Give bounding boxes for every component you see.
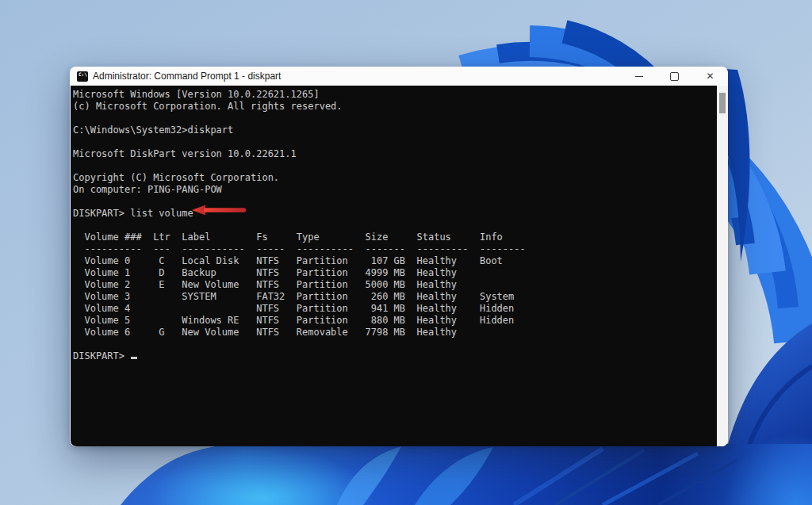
desktop: { "wallpaper": { "name": "windows-11-blo… (0, 0, 812, 505)
volume-table-row: Volume 2 E New Volume NTFS Partition 500… (73, 279, 717, 291)
close-button[interactable]: ✕ (692, 67, 728, 86)
console-line (73, 196, 717, 208)
console-line: Copyright (C) Microsoft Corporation. (73, 172, 717, 184)
volume-table-header: Volume ### Ltr Label Fs Type Size Status… (73, 231, 717, 243)
console-output[interactable]: Microsoft Windows [Version 10.0.22621.12… (71, 86, 717, 446)
volume-table-row: Volume 5 Windows RE NTFS Partition 880 M… (73, 315, 717, 327)
red-arrow-annotation (192, 205, 247, 216)
cmd-icon: C:\ (77, 71, 88, 82)
console-line: (c) Microsoft Corporation. All rights re… (73, 101, 717, 113)
console-scrollbar[interactable] (717, 86, 728, 446)
command-prompt-window: C:\ Administrator: Command Prompt 1 - di… (70, 67, 728, 446)
close-icon: ✕ (706, 71, 714, 81)
minimize-button[interactable] (621, 67, 657, 86)
window-title: Administrator: Command Prompt 1 - diskpa… (93, 71, 281, 82)
volume-table-row: Volume 6 G New Volume NTFS Removable 779… (73, 327, 717, 339)
window-body: Microsoft Windows [Version 10.0.22621.12… (70, 86, 728, 446)
maximize-button[interactable] (657, 67, 692, 86)
console-line-list-volume: DISKPART> list volume (73, 208, 717, 220)
console-line: C:\Windows\System32>diskpart (73, 124, 717, 136)
scrollbar-thumb[interactable] (719, 93, 726, 113)
volume-table-divider: ---------- --- ----------- ----- -------… (73, 243, 717, 255)
console-line (73, 220, 717, 231)
console-line (73, 339, 717, 350)
title-bar[interactable]: C:\ Administrator: Command Prompt 1 - di… (70, 67, 728, 86)
console-line: On computer: PING-PANG-POW (73, 184, 717, 196)
console-line (73, 160, 717, 172)
volume-table-row: Volume 3 SYSTEM FAT32 Partition 260 MB H… (73, 291, 717, 303)
console-line (73, 136, 717, 148)
prompt-line: DISKPART> (73, 350, 717, 362)
volume-table-row: Volume 4 NTFS Partition 941 MB Healthy H… (73, 303, 717, 315)
console-line: Microsoft Windows [Version 10.0.22621.12… (73, 89, 717, 101)
volume-table-row: Volume 0 C Local Disk NTFS Partition 107… (73, 255, 717, 267)
minimize-icon (635, 76, 643, 77)
volume-table-row: Volume 1 D Backup NTFS Partition 4999 MB… (73, 267, 717, 279)
console-line (73, 113, 717, 124)
text-cursor (131, 357, 137, 359)
window-controls: ✕ (621, 67, 728, 86)
console-line: Microsoft DiskPart version 10.0.22621.1 (73, 148, 717, 160)
maximize-icon (670, 72, 679, 81)
